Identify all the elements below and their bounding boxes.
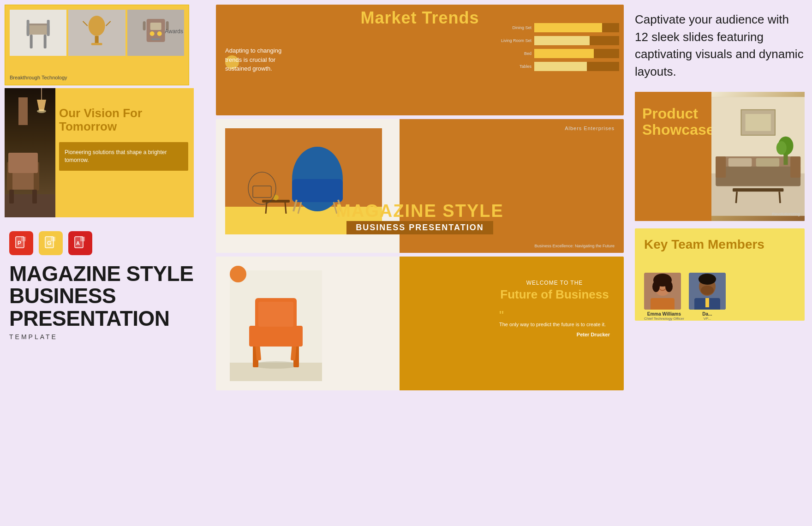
product-image: Revolutionizing [711,92,805,221]
vision-description-box: Pioneering solutions that shape a bright… [59,142,188,171]
team-member-emma: Emma Williams Chief Technology Officer [644,273,684,321]
main-layout: Awards Breakthrough Technology [0,0,812,526]
chart-label-tables: Tables [499,64,531,69]
svg-rect-38 [80,237,85,241]
future-attribution: Peter Drucker [499,332,610,337]
mag-style-text: MAGAZINE STYLE [216,201,624,221]
emma-role: Chief Technology Officer [644,317,684,321]
description-text: Captivate your audience with 12 sleek sl… [635,11,805,81]
member2-name: Da... [689,311,726,317]
svg-point-14 [157,31,161,36]
svg-rect-7 [95,36,99,43]
svg-rect-22 [9,190,14,203]
svg-text:A: A [76,240,80,246]
mag-footer: Business Excellence: Navigating the Futu… [534,244,615,248]
svg-point-26 [37,109,46,113]
chart-row-bed: Bed [499,49,619,58]
member2-role: VP... [689,317,726,321]
svg-rect-42 [292,179,343,202]
future-quote-mark: " [499,311,610,321]
member2-avatar [689,273,726,310]
future-welcome: WELCOME TO THE [490,280,619,286]
chart-label-bed: Bed [499,51,531,56]
vision-description: Pioneering solutions that shape a bright… [65,149,183,164]
svg-rect-3 [44,35,47,48]
future-quote-block: " The only way to predict the future is … [490,311,619,338]
svg-point-87 [701,286,714,295]
magazine-slide[interactable]: Albers Enterprises MAGAZINE STYLE BUSINE… [216,119,624,253]
emma-avatar [644,273,681,310]
svg-point-81 [652,281,660,292]
chart-label-dining: Dining Set [499,25,531,30]
svg-point-86 [699,274,716,285]
chart-row-living: Living Room Set [499,36,619,45]
svg-rect-69 [756,158,779,166]
svg-rect-34 [51,237,55,241]
breakthrough-label: Breakthrough Technology [10,75,67,80]
svg-line-10 [106,21,111,26]
right-column: Captivate your audience with 12 sleek sl… [627,0,812,526]
future-title: Future of Business [490,288,619,301]
emma-name: Emma Williams [644,311,684,317]
chart-area: Dining Set Living Room Set Bed Tables [499,23,619,106]
svg-text:P: P [18,240,21,246]
svg-rect-89 [705,298,709,307]
main-title-section: MAGAZINE STYLE BUSINESS PRESENTATION TEM… [0,255,212,341]
awards-slide[interactable]: Awards Breakthrough Technology [5,5,189,85]
future-chair-image [230,270,322,381]
svg-point-50 [273,195,279,200]
svg-line-71 [736,191,737,203]
chart-row-tables: Tables [499,62,619,71]
svg-line-9 [83,21,88,26]
svg-rect-0 [29,24,48,25]
product-showcase-slide[interactable]: Product Showcase [635,92,805,221]
vision-title: Our Vision For Tomorrow [59,107,188,133]
future-quote-text: The only way to predict the future is to… [499,321,610,329]
svg-rect-1 [27,25,50,35]
middle-column: Market Trends Adapting to changing trend… [212,0,627,526]
gslides-icon[interactable]: G [39,231,63,255]
product-revolutionizing-text: Revolutionizing [772,212,800,216]
svg-rect-66 [716,156,726,178]
key-team-slide[interactable]: Key Team Members [635,228,805,321]
svg-point-82 [665,281,673,292]
svg-rect-64 [716,165,800,186]
svg-point-75 [776,141,786,155]
market-trends-description: Adapting to changing trends is crucial f… [225,46,290,73]
key-team-title: Key Team Members [635,228,805,257]
vision-room-image [5,88,55,217]
main-subtitle: TEMPLATE [9,333,212,341]
mag-biz-text: BUSINESS PRESENTATION [346,221,493,234]
award-image-1 [10,10,66,56]
svg-point-13 [149,31,154,36]
chart-label-living: Living Room Set [499,38,531,43]
svg-rect-23 [32,190,37,203]
svg-rect-67 [790,156,800,178]
svg-text:G: G [47,240,51,246]
svg-point-6 [89,16,105,36]
svg-rect-4 [27,20,30,36]
future-slide[interactable]: WELCOME TO THE Future of Business " The … [216,257,624,390]
svg-rect-16 [143,21,145,30]
chart-row-dining: Dining Set [499,23,619,32]
team-members-row: Emma Williams Chief Technology Officer [635,273,735,321]
main-title: MAGAZINE STYLE BUSINESS PRESENTATION [9,263,212,329]
awards-label: Awards [165,28,183,35]
mag-company: Albers Enterprises [565,126,615,131]
award-image-2 [68,10,125,56]
svg-rect-61 [258,302,293,327]
format-icons-row: P G A [0,222,212,255]
vision-slide[interactable]: Our Vision For Tomorrow Pioneering solut… [5,88,194,217]
future-dot-decoration [230,266,246,282]
svg-rect-30 [21,237,26,241]
svg-rect-70 [733,188,783,191]
pptx-icon[interactable]: P [9,231,33,255]
svg-rect-12 [150,23,161,30]
svg-rect-15 [151,38,160,40]
market-trends-slide[interactable]: Market Trends Adapting to changing trend… [216,5,624,115]
svg-line-72 [779,191,780,203]
product-title: Product Showcase [642,106,712,138]
svg-rect-21 [8,153,38,173]
svg-rect-2 [30,35,33,48]
pdf-icon[interactable]: A [68,231,92,255]
